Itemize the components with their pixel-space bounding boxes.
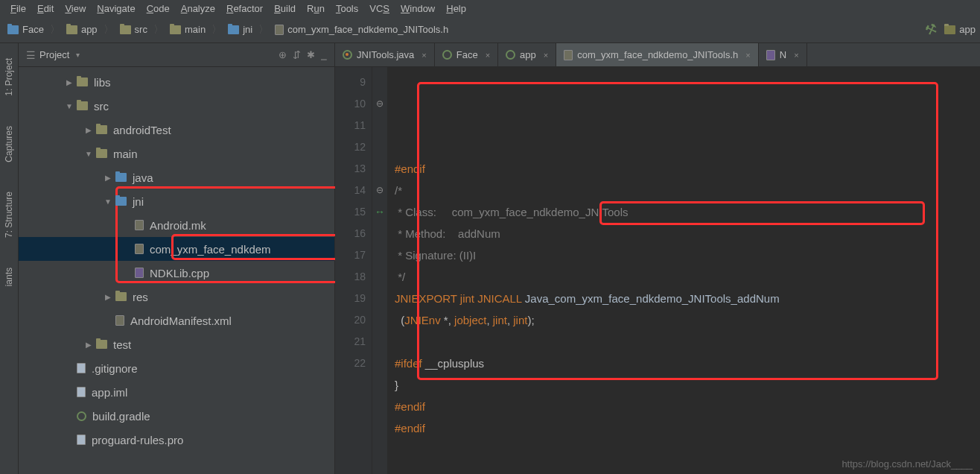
- code-line[interactable]: */: [395, 266, 780, 288]
- code-line[interactable]: * Class: com_yxm_face_ndkdemo_JNITools: [395, 201, 780, 223]
- tree-item[interactable]: ▶test: [19, 332, 334, 356]
- tree-item[interactable]: ▶libs: [19, 70, 334, 94]
- close-icon[interactable]: ×: [486, 51, 490, 60]
- target-icon[interactable]: ⊕: [279, 49, 287, 60]
- menu-item-refactor[interactable]: Refactor: [222, 3, 267, 14]
- tree-item[interactable]: com_yxm_face_ndkdem: [19, 237, 334, 261]
- tree-item[interactable]: .gitignore: [19, 356, 334, 380]
- line-number: 10: [335, 93, 366, 115]
- project-panel-header: ☰ Project ▾ ⊕ ⇵ ✱ ⎯: [19, 43, 334, 67]
- code-line[interactable]: /*: [395, 180, 780, 201]
- breadcrumb-item[interactable]: app: [66, 24, 98, 35]
- expand-arrow-icon[interactable]: ▼: [84, 150, 93, 158]
- editor-tab[interactable]: Face×: [435, 43, 498, 66]
- code-line[interactable]: }: [395, 374, 780, 396]
- file-h-icon: [275, 25, 284, 35]
- menu-item-edit[interactable]: Edit: [33, 3, 58, 14]
- code-line[interactable]: * Signature: (II)I: [395, 244, 780, 266]
- tree-item[interactable]: ▶androidTest: [19, 118, 334, 142]
- editor-tab[interactable]: com_yxm_face_ndkdemo_JNITools.h×: [556, 43, 759, 66]
- line-number: 11: [335, 115, 366, 136]
- project-panel-title[interactable]: ☰ Project ▾: [26, 49, 279, 61]
- editor-tab[interactable]: N×: [759, 43, 807, 66]
- tree-item[interactable]: AndroidManifest.xml: [19, 309, 334, 332]
- close-icon[interactable]: ×: [794, 51, 798, 60]
- tool-window-button[interactable]: Captures: [4, 126, 14, 162]
- tree-item[interactable]: ▼main: [19, 142, 334, 165]
- menu-item-build[interactable]: Build: [270, 3, 300, 14]
- tree-item[interactable]: ▶java: [19, 165, 334, 189]
- module-selector[interactable]: app: [944, 24, 976, 35]
- tree-item[interactable]: ▼src: [19, 94, 334, 118]
- gutter-mark: [372, 310, 387, 332]
- breadcrumb-item[interactable]: src: [120, 24, 147, 35]
- menu-item-tools[interactable]: Tools: [331, 3, 363, 14]
- tree-item-label: .gitignore: [92, 362, 138, 375]
- code-line[interactable]: #ifdef __cplusplus: [395, 353, 780, 374]
- editor-area: JNITools.java×Face×app×com_yxm_face_ndkd…: [335, 43, 980, 474]
- file-icon: [77, 363, 86, 373]
- code-line[interactable]: JNIEXPORT jint JNICALL Java_com_yxm_face…: [395, 288, 780, 309]
- hide-icon[interactable]: ⎯: [321, 49, 327, 60]
- expand-arrow-icon[interactable]: ▶: [65, 78, 74, 86]
- expand-arrow-icon[interactable]: ▼: [65, 102, 74, 110]
- tree-item[interactable]: NDKLib.cpp: [19, 261, 334, 285]
- tree-item[interactable]: ▼jni: [19, 189, 334, 213]
- breadcrumb-item[interactable]: main: [170, 24, 206, 35]
- expand-arrow-icon[interactable]: ▶: [84, 341, 93, 349]
- code-line[interactable]: [395, 331, 780, 353]
- collapse-icon[interactable]: ⇵: [293, 49, 301, 60]
- breadcrumb-separator: 〉: [104, 23, 114, 37]
- tool-window-button[interactable]: iants: [4, 268, 14, 286]
- close-icon[interactable]: ×: [421, 51, 426, 60]
- breadcrumb-item[interactable]: Face: [7, 24, 44, 35]
- close-icon[interactable]: ×: [544, 51, 548, 60]
- expand-arrow-icon[interactable]: ▼: [104, 197, 112, 206]
- code-line[interactable]: #endif: [395, 417, 780, 439]
- code-area[interactable]: 910111213141516171819202122 ⊖ ⊖↔ #endif/…: [335, 67, 980, 474]
- tree-item-label: app.iml: [92, 386, 127, 399]
- breadcrumb-item[interactable]: jni: [228, 24, 252, 35]
- menu-item-vcs[interactable]: VCS: [365, 3, 394, 14]
- gutter-mark[interactable]: ↔: [372, 201, 387, 224]
- folder-icon: [944, 25, 955, 34]
- breadcrumb-item[interactable]: com_yxm_face_ndkdemo_JNITools.h: [275, 24, 448, 35]
- editor-tab[interactable]: JNITools.java×: [335, 43, 435, 66]
- expand-arrow-icon[interactable]: ▶: [84, 126, 93, 134]
- menu-item-file[interactable]: File: [6, 3, 31, 14]
- menu-item-run[interactable]: Run: [302, 3, 329, 14]
- tree-item[interactable]: Android.mk: [19, 213, 334, 237]
- expand-arrow-icon[interactable]: ▶: [104, 174, 112, 182]
- code-line[interactable]: [395, 439, 780, 461]
- java-icon: [343, 50, 352, 60]
- menu-item-help[interactable]: Help: [442, 3, 471, 14]
- menu-item-code[interactable]: Code: [142, 3, 174, 14]
- gutter-mark[interactable]: ⊖: [372, 180, 387, 201]
- menu-item-view[interactable]: View: [60, 3, 90, 14]
- gutter-mark[interactable]: ⊖: [372, 93, 387, 115]
- tree-item-label: androidTest: [113, 124, 171, 136]
- settings-icon[interactable]: ✱: [307, 49, 315, 60]
- expand-arrow-icon[interactable]: ▶: [104, 293, 112, 301]
- project-tree[interactable]: ▶libs▼src▶androidTest▼main▶java▼jniAndro…: [19, 67, 334, 455]
- menu-item-window[interactable]: Window: [396, 3, 439, 14]
- tree-item[interactable]: build.gradle: [19, 404, 334, 428]
- folder-icon: [96, 149, 107, 158]
- code-line[interactable]: #endif: [395, 396, 780, 417]
- tool-window-button[interactable]: 1: Project: [4, 58, 14, 96]
- editor-tab[interactable]: app×: [498, 43, 556, 66]
- gutter-mark: [372, 353, 387, 375]
- build-icon[interactable]: ⚒: [923, 19, 940, 39]
- tree-item[interactable]: ▶res: [19, 285, 334, 309]
- breadcrumb-separator: 〉: [258, 23, 269, 37]
- code-line[interactable]: (JNIEnv *, jobject, jint, jint);: [395, 309, 780, 331]
- tool-window-button[interactable]: 7: Structure: [4, 192, 14, 238]
- tree-item[interactable]: app.iml: [19, 380, 334, 404]
- code-line[interactable]: * Method: addNum: [395, 223, 780, 244]
- menu-item-analyze[interactable]: Analyze: [176, 3, 220, 14]
- close-icon[interactable]: ×: [745, 51, 750, 60]
- menu-item-navigate[interactable]: Navigate: [92, 3, 139, 14]
- code-content[interactable]: #endif/* * Class: com_yxm_face_ndkdemo_J…: [387, 67, 787, 474]
- tree-item[interactable]: proguard-rules.pro: [19, 428, 334, 452]
- code-line[interactable]: #endif: [395, 158, 780, 180]
